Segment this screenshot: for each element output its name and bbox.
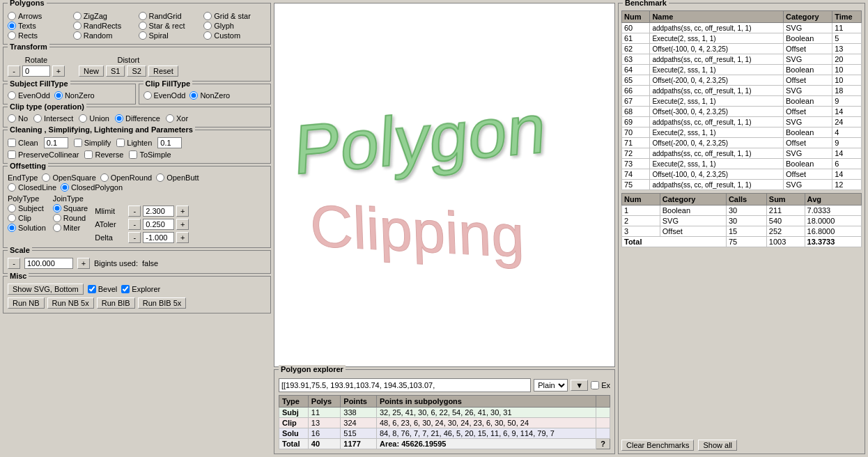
reverse-label[interactable]: Reverse	[84, 150, 123, 159]
new-btn[interactable]: New	[79, 65, 104, 77]
clip-xor[interactable]: Xor	[166, 114, 188, 123]
radio-gridstar[interactable]: Grid & star	[203, 12, 266, 20]
clip-no[interactable]: No	[8, 114, 28, 123]
show-all-btn[interactable]: Show all	[698, 440, 737, 451]
clip-evenodd-input[interactable]	[144, 91, 152, 100]
join-round-input[interactable]	[53, 214, 61, 222]
radio-custom[interactable]: Custom	[203, 31, 266, 40]
simplify-label[interactable]: Simplify	[74, 139, 111, 147]
poly-subject-input[interactable]	[8, 204, 16, 212]
delta-minus-btn[interactable]: -	[128, 232, 141, 243]
closedline-input[interactable]	[8, 183, 16, 192]
radio-zigzag[interactable]: ZigZag	[73, 12, 136, 20]
clean-checkbox[interactable]	[8, 139, 16, 147]
bevel-checkbox[interactable]	[88, 285, 96, 293]
join-square-input[interactable]	[53, 204, 61, 212]
clip-no-input[interactable]	[8, 114, 16, 123]
lighten-value-input[interactable]	[157, 137, 182, 148]
radio-random-input[interactable]	[73, 31, 82, 40]
atoler-input[interactable]	[143, 219, 174, 230]
join-miter-input[interactable]	[53, 224, 61, 232]
opensquare[interactable]: OpenSquare	[42, 173, 95, 182]
subj-nonzero[interactable]: NonZero	[54, 91, 95, 100]
scale-plus-btn[interactable]: +	[77, 258, 90, 269]
opensquare-input[interactable]	[42, 173, 50, 182]
closedpolygon-input[interactable]	[61, 183, 69, 192]
lighten-label[interactable]: Lighten	[116, 139, 152, 147]
atoler-minus-btn[interactable]: -	[128, 219, 141, 230]
mlimit-plus-btn[interactable]: +	[176, 206, 189, 217]
radio-spiral-input[interactable]	[139, 31, 147, 40]
radio-spiral[interactable]: Spiral	[139, 31, 201, 40]
run-nb5-btn[interactable]: Run NB 5x	[47, 297, 94, 309]
radio-custom-input[interactable]	[203, 31, 212, 40]
radio-texts-input[interactable]	[8, 22, 16, 30]
to-simple-checkbox[interactable]	[129, 150, 137, 159]
poly-subject[interactable]: Subject	[8, 204, 46, 212]
subj-evenodd[interactable]: EvenOdd	[8, 91, 50, 100]
clip-union[interactable]: Union	[79, 114, 109, 123]
clip-intersect[interactable]: Intersect	[33, 114, 73, 123]
radio-random[interactable]: Random	[73, 31, 136, 40]
radio-glyph[interactable]: Glyph	[203, 22, 266, 30]
preserve-collinear-checkbox[interactable]	[8, 150, 16, 159]
poly-solution-input[interactable]	[8, 224, 16, 232]
preserve-collinear-label[interactable]: PreserveCollinear	[8, 150, 79, 159]
radio-arrows-input[interactable]	[8, 12, 16, 20]
radio-randgrid-input[interactable]	[139, 12, 147, 20]
to-simple-label[interactable]: ToSimple	[129, 150, 171, 159]
radio-starrect[interactable]: Star & rect	[139, 22, 201, 30]
clip-intersect-input[interactable]	[33, 114, 42, 123]
atoler-plus-btn[interactable]: +	[176, 219, 189, 230]
openbutt-input[interactable]	[156, 173, 164, 182]
scale-input[interactable]	[24, 258, 73, 269]
clean-label[interactable]: Clean	[8, 139, 38, 147]
s1-btn[interactable]: S1	[106, 65, 125, 77]
poly-clip-input[interactable]	[8, 214, 16, 222]
closedpolygon[interactable]: ClosedPolygon	[61, 183, 123, 192]
explorer-checkbox[interactable]	[121, 285, 130, 293]
bevel-label[interactable]: Bevel	[88, 285, 118, 293]
s2-btn[interactable]: S2	[127, 65, 146, 77]
radio-arrows[interactable]: Arrows	[8, 12, 70, 20]
scale-minus-btn[interactable]: -	[8, 258, 20, 269]
ex-label[interactable]: Ex	[591, 381, 610, 389]
clip-difference-input[interactable]	[115, 114, 123, 123]
subj-nonzero-input[interactable]	[54, 91, 63, 100]
simplify-checkbox[interactable]	[74, 139, 82, 147]
subj-evenodd-input[interactable]	[8, 91, 16, 100]
col-help[interactable]	[596, 396, 610, 408]
openround-input[interactable]	[100, 173, 109, 182]
explorer-dropdown-btn[interactable]: ▼	[571, 380, 588, 391]
openbutt[interactable]: OpenButt	[156, 173, 199, 182]
openround[interactable]: OpenRound	[100, 173, 152, 182]
reset-btn[interactable]: Reset	[148, 65, 178, 77]
explorer-dropdown[interactable]: Plain SVG	[534, 379, 568, 392]
clip-union-input[interactable]	[79, 114, 87, 123]
radio-gridstar-input[interactable]	[203, 12, 212, 20]
help-btn[interactable]: ?	[596, 439, 610, 449]
explorer-label[interactable]: Explorer	[121, 285, 160, 293]
join-square[interactable]: Square	[53, 204, 88, 212]
clean-value-input[interactable]	[44, 137, 68, 148]
mlimit-input[interactable]	[143, 206, 174, 217]
clip-difference[interactable]: Difference	[115, 114, 160, 123]
radio-randrects[interactable]: RandRects	[73, 22, 136, 30]
radio-glyph-input[interactable]	[203, 22, 212, 30]
radio-rects[interactable]: Rects	[8, 31, 70, 40]
run-bib-btn[interactable]: Run BIB	[97, 297, 135, 309]
radio-randrects-input[interactable]	[73, 22, 82, 30]
rotate-minus-btn[interactable]: -	[8, 65, 20, 77]
poly-solution[interactable]: Solution	[8, 224, 46, 232]
radio-starrect-input[interactable]	[139, 22, 147, 30]
radio-texts[interactable]: Texts	[8, 22, 70, 30]
clip-xor-input[interactable]	[166, 114, 174, 123]
rotate-plus-btn[interactable]: +	[52, 65, 65, 77]
reverse-checkbox[interactable]	[84, 150, 93, 159]
lighten-checkbox[interactable]	[116, 139, 125, 147]
mlimit-minus-btn[interactable]: -	[128, 206, 141, 217]
radio-randgrid[interactable]: RandGrid	[139, 12, 201, 20]
clip-nonzero[interactable]: NonZero	[189, 91, 230, 100]
run-nb-btn[interactable]: Run NB	[8, 297, 45, 309]
delta-input[interactable]	[143, 232, 174, 243]
